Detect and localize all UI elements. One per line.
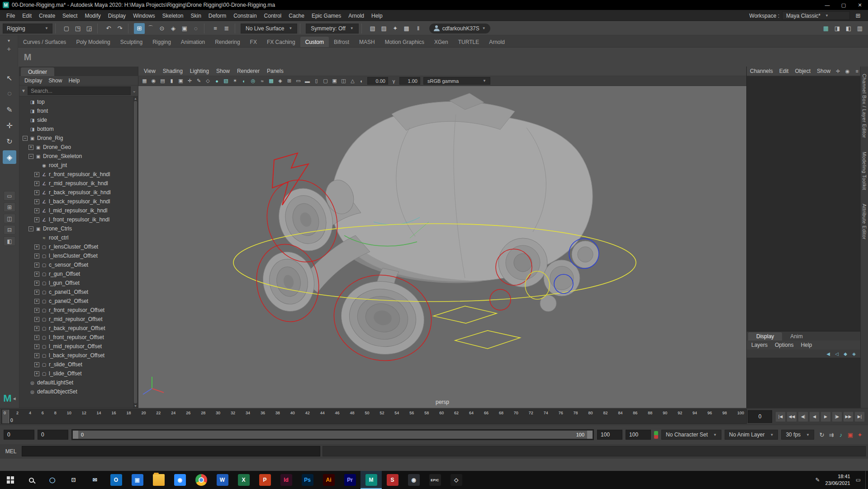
multisample-icon[interactable]: ▩ bbox=[267, 77, 275, 85]
scroll-up-icon[interactable]: ▲ bbox=[134, 97, 137, 100]
motion-blur-icon[interactable]: ≈ bbox=[258, 77, 266, 85]
expand-toggle-icon[interactable]: + bbox=[34, 290, 39, 295]
menu-item[interactable]: View bbox=[140, 68, 159, 74]
menu-item[interactable]: Windows bbox=[129, 13, 159, 19]
go-to-start-button[interactable]: |◀ bbox=[775, 412, 786, 422]
outlook-app[interactable]: O bbox=[105, 471, 127, 489]
play-forwards-button[interactable]: ▶ bbox=[821, 412, 831, 422]
shelf-tab[interactable]: FX bbox=[245, 37, 262, 47]
ipr-render-icon[interactable]: ▨ bbox=[379, 23, 389, 34]
ambient-occlusion-icon[interactable]: ◎ bbox=[249, 77, 257, 85]
playback-start-field[interactable]: 0 bbox=[38, 430, 68, 440]
layout-two-pane-stacked-button[interactable]: ⊟ bbox=[4, 225, 15, 235]
update-view-icon[interactable]: ▣ bbox=[846, 430, 855, 439]
outliner-item[interactable]: + r_lensCluster_Offset bbox=[19, 242, 133, 251]
expand-toggle-icon[interactable]: + bbox=[34, 362, 39, 367]
mel-input[interactable] bbox=[22, 446, 320, 456]
outliner-item[interactable]: + Drone_Geo bbox=[19, 143, 133, 152]
exposure-field[interactable]: 0.00 bbox=[367, 77, 388, 85]
play-backwards-button[interactable]: ◀ bbox=[809, 412, 820, 422]
expand-toggle-icon[interactable]: + bbox=[34, 190, 39, 195]
snap-to-view-planes-icon[interactable]: ▣ bbox=[179, 23, 190, 34]
shelf-tab[interactable]: XGen bbox=[429, 37, 453, 47]
illustrator-app[interactable]: Ai bbox=[318, 471, 339, 489]
menu-item[interactable]: Control bbox=[261, 13, 285, 19]
expand-toggle-icon[interactable]: + bbox=[34, 263, 39, 268]
shelf-tab[interactable]: Arnold bbox=[484, 37, 510, 47]
expand-toggle-icon[interactable]: + bbox=[34, 308, 39, 313]
workspace-selector[interactable]: Maya Classic* ▼ bbox=[782, 11, 850, 20]
chrome-app[interactable] bbox=[190, 471, 212, 489]
shelf-tab[interactable]: Curves / Surfaces bbox=[18, 37, 71, 47]
safe-title-icon[interactable]: ▣ bbox=[330, 77, 339, 85]
expand-toggle-icon[interactable]: + bbox=[34, 181, 39, 186]
menu-item[interactable]: Shading bbox=[159, 68, 186, 74]
menu-item[interactable]: Layers bbox=[748, 342, 771, 348]
image-plane-icon[interactable]: ▣ bbox=[176, 77, 185, 85]
range-end-handle[interactable] bbox=[587, 431, 593, 439]
playback-loop-icon[interactable]: ↻ bbox=[817, 430, 826, 439]
expand-toggle-icon[interactable]: + bbox=[34, 371, 39, 376]
shelf-tab[interactable]: Rigging bbox=[147, 37, 176, 47]
channel-speed-icon[interactable]: ◉ bbox=[843, 67, 852, 75]
menu-item[interactable]: Lighting bbox=[186, 68, 213, 74]
character-set-icon[interactable] bbox=[654, 431, 658, 439]
outliner-item[interactable]: + r_slide_Offset bbox=[19, 360, 133, 369]
select-tool[interactable]: ↖ bbox=[3, 71, 16, 85]
channel-box-toggle-icon[interactable]: ▥ bbox=[854, 23, 865, 34]
menu-item[interactable]: Display bbox=[104, 13, 129, 19]
audio-icon[interactable]: ♪ bbox=[836, 430, 845, 439]
menu-item[interactable]: Channels bbox=[747, 68, 776, 74]
menu-item[interactable]: Skin bbox=[187, 13, 205, 19]
menu-item[interactable]: Help bbox=[797, 342, 816, 348]
expand-toggle-icon[interactable]: + bbox=[34, 172, 39, 177]
field-chart-icon[interactable]: ⊞ bbox=[285, 77, 294, 85]
shelf-tab[interactable]: TURTLE bbox=[453, 37, 484, 47]
shelf-tab[interactable]: Animation bbox=[176, 37, 210, 47]
outliner-item[interactable]: + r_mid_repulsor_Offset bbox=[19, 315, 133, 324]
outliner-item[interactable]: bottom bbox=[19, 125, 133, 134]
account-menu[interactable]: cdfarkouhK37S ▼ bbox=[429, 24, 490, 34]
viewport-canvas[interactable]: persp bbox=[138, 86, 746, 408]
gamma-icon[interactable]: γ bbox=[389, 77, 398, 85]
outliner-item[interactable]: + l_front_repulsor_Offset bbox=[19, 333, 133, 342]
attribute-editor-toggle-icon[interactable]: ◨ bbox=[832, 23, 843, 34]
outliner-item[interactable]: + l_back_repulsor_Offset bbox=[19, 351, 133, 360]
layer-visibility-icon[interactable]: ◀ bbox=[825, 350, 832, 358]
live-surface-field[interactable]: No Live Surface ▼ bbox=[241, 24, 297, 34]
cortana-button[interactable]: ◯ bbox=[42, 471, 63, 489]
outliner-item[interactable]: + l_back_repsulsor_ik_hndl bbox=[19, 197, 133, 206]
outliner-item[interactable]: side bbox=[19, 115, 133, 125]
pause-icon[interactable]: ‖ bbox=[413, 23, 424, 34]
unity-app[interactable]: ◇ bbox=[446, 471, 467, 489]
resolution-gate-icon[interactable]: ▭ bbox=[294, 77, 303, 85]
step-forward-key-button[interactable]: |▶ bbox=[832, 412, 842, 422]
menu-item[interactable]: Cache bbox=[285, 13, 308, 19]
animation-end-field[interactable]: 100 bbox=[626, 430, 651, 440]
tool-settings-toggle-icon[interactable]: ◧ bbox=[843, 23, 854, 34]
menu-item[interactable]: Show bbox=[814, 68, 834, 74]
outliner-item[interactable]: front bbox=[19, 106, 133, 115]
safe-action-icon[interactable]: ▢ bbox=[321, 77, 330, 85]
outliner-item[interactable]: + l_lensCluster_Offset bbox=[19, 251, 133, 260]
use-lights-icon[interactable]: ✶ bbox=[231, 77, 239, 85]
shelf-tab[interactable]: Rendering bbox=[210, 37, 245, 47]
outliner-scrollbar[interactable]: ▲ ▼ bbox=[133, 96, 138, 408]
render-settings-icon[interactable]: ✦ bbox=[390, 23, 401, 34]
output-operations-icon[interactable]: ≣ bbox=[221, 23, 232, 34]
shelf-tab[interactable]: MASH bbox=[354, 37, 380, 47]
input-operations-icon[interactable]: ≡ bbox=[210, 23, 221, 34]
menu-item[interactable]: Deform bbox=[205, 13, 230, 19]
mel-label[interactable]: MEL bbox=[2, 448, 19, 455]
shadows-icon[interactable]: ◐ bbox=[240, 77, 248, 85]
shelf-menu-icon[interactable]: ✛ bbox=[7, 47, 10, 52]
layout-outliner-persp-button[interactable]: ◧ bbox=[4, 236, 15, 246]
channel-manipulator-icon[interactable]: ✛ bbox=[834, 67, 842, 75]
paint-select-tool[interactable]: ✎ bbox=[3, 103, 16, 116]
outliner-item[interactable]: + c_panel1_Offset bbox=[19, 288, 133, 297]
close-button[interactable]: ✕ bbox=[852, 0, 868, 10]
expand-toggle-icon[interactable]: + bbox=[34, 208, 39, 213]
outliner-item[interactable]: + c_panel2_Offset bbox=[19, 297, 133, 306]
shelf-tab[interactable]: Motion Graphics bbox=[380, 37, 429, 47]
modeling-toolkit-toggle-icon[interactable]: ▦ bbox=[821, 23, 831, 34]
